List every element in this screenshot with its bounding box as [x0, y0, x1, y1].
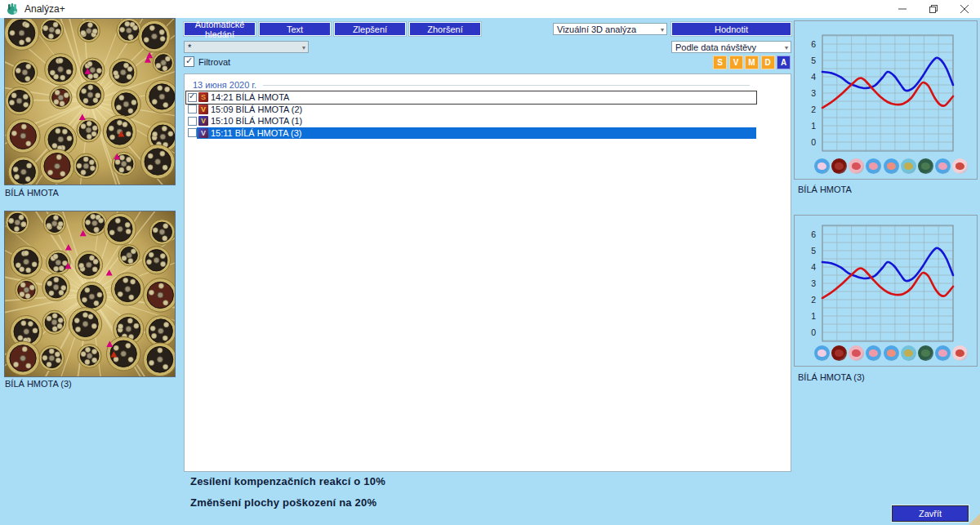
moss-icon[interactable]: [918, 158, 933, 174]
y-tick-label: 1: [811, 311, 816, 321]
visit-row-body[interactable]: V15:11 BÍLÁ HMOTA (3): [197, 127, 756, 140]
stomach-icon-detail: [869, 162, 878, 170]
brain-icon[interactable]: [814, 345, 830, 361]
toolbar: Automatické hledáníTextZlepšeníZhoršení: [184, 22, 481, 36]
chevron-down-icon: ▾: [661, 26, 664, 33]
liver-icon-detail: [887, 349, 896, 357]
filter-checkbox-label: Filtrovat: [198, 57, 230, 67]
main-content: BÍLÁ HMOTA BÍLÁ HMOTA (3) Automatické hl…: [0, 18, 980, 525]
window-controls: [887, 0, 980, 18]
result-line-1: Zesílení kompenzačních reakcí o 10%: [190, 475, 385, 487]
visit-row-body[interactable]: V15:09 BÍLÁ HMOTA (2): [197, 104, 756, 116]
tissue-icon-detail: [852, 162, 861, 170]
minimize-icon: [898, 5, 906, 13]
period-button-v[interactable]: V: [729, 56, 743, 69]
blue-series-line: [822, 58, 953, 91]
liver-icon[interactable]: [884, 345, 899, 361]
restore-button[interactable]: [918, 0, 949, 18]
result-line-2: Změnšení plochy poškození na 20%: [190, 496, 385, 509]
visit-checkbox-4[interactable]: [188, 128, 197, 137]
tissue-icon[interactable]: [849, 158, 864, 174]
coral-icon[interactable]: [935, 158, 951, 174]
period-button-m[interactable]: M: [745, 56, 759, 69]
y-tick-label: 2: [811, 295, 816, 305]
y-tick-label: 5: [811, 56, 816, 65]
moss-icon[interactable]: [918, 345, 933, 361]
y-tick-label: 3: [811, 278, 816, 288]
specimen-label-1: BÍLÁ HMOTA: [5, 188, 59, 198]
stomach-icon[interactable]: [866, 345, 881, 361]
chevron-down-icon: ▾: [785, 44, 788, 51]
close-button[interactable]: Zavřít: [892, 505, 969, 522]
visit-row-label: 15:10 BÍLÁ HMOTA (1): [211, 116, 302, 126]
visit-row-2[interactable]: V15:09 BÍLÁ HMOTA (2): [186, 104, 756, 116]
plankton-icon-detail: [904, 349, 913, 357]
period-buttons: SVMDA: [713, 56, 791, 69]
plankton-icon[interactable]: [901, 158, 916, 174]
minimize-button[interactable]: [887, 0, 918, 18]
preset-combo[interactable]: * ▾: [184, 41, 309, 53]
chart-panel-1: 6543210: [794, 20, 978, 180]
record-icon: V: [198, 105, 208, 114]
visit-row-label: 15:11 BÍLÁ HMOTA (3): [211, 128, 301, 138]
toolbar-button-4[interactable]: Zhoršení: [409, 22, 481, 36]
date-group-header: 13 июня 2020 г.: [193, 80, 782, 90]
specimen-image-1[interactable]: [4, 18, 176, 185]
evaluate-button[interactable]: Hodnotit: [671, 22, 791, 36]
cells-icon[interactable]: [952, 345, 968, 361]
specimen-image-2[interactable]: [4, 211, 176, 377]
microscopy-image: [5, 19, 175, 185]
visit-row-body[interactable]: V15:10 BÍLÁ HMOTA (1): [197, 115, 756, 127]
visit-row-label: 14:21 BÍLÁ HMOTA: [211, 92, 289, 102]
sort-combo[interactable]: Podle data návštěvy ▾: [671, 41, 791, 53]
title-bar: Analýza+: [0, 0, 980, 18]
resize-grip[interactable]: [969, 514, 980, 525]
visit-row-3[interactable]: V15:10 BÍLÁ HMOTA (1): [186, 115, 756, 127]
chevron-down-icon: ▾: [302, 44, 305, 51]
preset-combo-value: *: [188, 42, 191, 52]
visit-row-body[interactable]: S14:21 BÍLÁ HMOTA: [197, 91, 756, 104]
stomach-icon[interactable]: [866, 158, 881, 174]
visit-checkbox-1[interactable]: [188, 93, 197, 102]
berry-icon[interactable]: [831, 158, 847, 174]
tissue-icon[interactable]: [849, 345, 864, 361]
analysis-type-value: Vizuální 3D analýza: [557, 24, 636, 34]
results-text: Zesílení kompenzačních reakcí o 10% Změn…: [190, 475, 385, 518]
toolbar-button-3[interactable]: Zlepšení: [334, 22, 406, 36]
toolbar-button-1[interactable]: Automatické hledání: [184, 22, 256, 36]
cells-icon[interactable]: [952, 158, 968, 174]
visit-rows: S14:21 BÍLÁ HMOTAV15:09 BÍLÁ HMOTA (2)V1…: [185, 91, 791, 139]
filter-checkbox[interactable]: [184, 56, 194, 67]
date-group-label: 13 июня 2020 г.: [193, 80, 256, 90]
close-button-window[interactable]: [949, 0, 980, 18]
period-button-s[interactable]: S: [713, 56, 727, 69]
visit-row-1[interactable]: S14:21 BÍLÁ HMOTA: [186, 91, 756, 104]
line-chart: 6543210: [795, 25, 977, 154]
record-icon: S: [198, 92, 208, 102]
record-icon: V: [198, 128, 208, 138]
organ-icon-row: [814, 158, 968, 174]
plankton-icon[interactable]: [901, 345, 916, 361]
visit-row-4[interactable]: V15:11 BÍLÁ HMOTA (3): [186, 127, 756, 140]
chart-panel-2: 6543210: [794, 215, 978, 367]
visit-checkbox-2[interactable]: [188, 105, 197, 113]
visit-checkbox-3[interactable]: [188, 117, 197, 126]
brain-icon-detail: [817, 162, 826, 170]
line-chart: 6543210: [795, 216, 977, 345]
brain-icon-detail: [817, 349, 826, 357]
y-tick-label: 0: [811, 137, 816, 147]
berry-icon-detail: [835, 349, 844, 357]
analysis-type-combo[interactable]: Vizuální 3D analýza ▾: [553, 23, 667, 35]
y-tick-label: 6: [811, 39, 816, 49]
liver-icon[interactable]: [884, 158, 899, 174]
moss-icon-detail: [921, 162, 930, 170]
cells-icon-detail: [956, 162, 964, 170]
berry-icon[interactable]: [831, 345, 847, 361]
coral-icon[interactable]: [935, 345, 951, 361]
y-tick-label: 1: [811, 121, 816, 131]
brain-icon[interactable]: [814, 158, 830, 174]
toolbar-button-2[interactable]: Text: [259, 22, 331, 36]
period-button-d[interactable]: D: [761, 56, 775, 69]
period-button-a[interactable]: A: [777, 56, 791, 69]
visit-row-label: 15:09 BÍLÁ HMOTA (2): [211, 105, 302, 114]
